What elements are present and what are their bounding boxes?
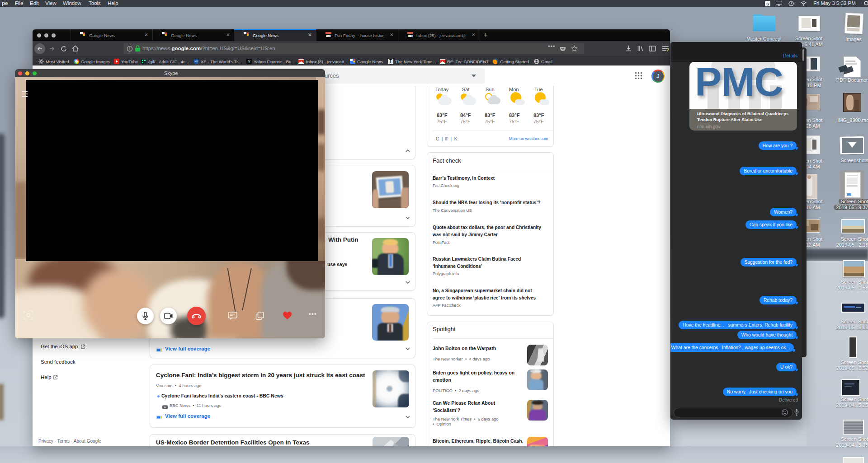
- svg-text:S: S: [766, 2, 769, 6]
